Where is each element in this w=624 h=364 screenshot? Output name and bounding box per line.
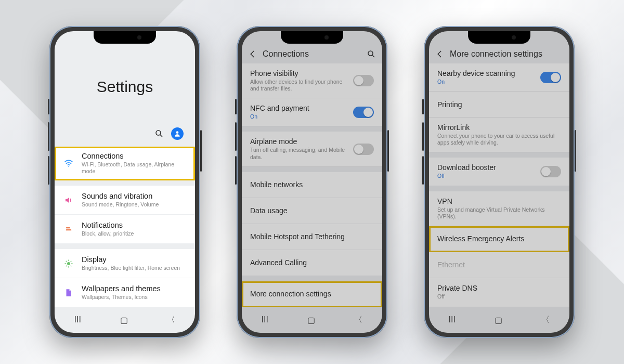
row-title: Notifications	[82, 221, 187, 229]
row-status: Off	[437, 173, 534, 179]
row-subtitle: Turn off calling, messaging, and Mobile …	[250, 147, 347, 160]
account-avatar[interactable]	[171, 127, 184, 140]
row-nearby-scanning[interactable]: Nearby device scanning On	[429, 63, 569, 92]
row-display[interactable]: Display Brightness, Blue light filter, H…	[55, 249, 195, 278]
row-title: Private DNS	[437, 284, 561, 292]
row-private-dns[interactable]: Private DNS Off	[429, 278, 569, 306]
row-subtitle: Wallpapers, Themes, Icons	[82, 294, 187, 301]
row-title: Wireless Emergency Alerts	[437, 235, 561, 243]
display-icon	[63, 259, 74, 268]
row-title: Nearby device scanning	[437, 69, 534, 77]
row-airplane[interactable]: Airplane mode Turn off calling, messagin…	[242, 132, 382, 166]
row-hotspot[interactable]: Mobile Hotspot and Tethering	[242, 224, 382, 250]
row-title: Display	[82, 255, 187, 264]
nav-home[interactable]: ▢	[120, 315, 128, 325]
svg-point-0	[156, 131, 161, 135]
row-subtitle: Sound mode, Ringtone, Volume	[82, 201, 187, 208]
nav-recents[interactable]: II​I	[262, 315, 268, 324]
toggle-airplane[interactable]	[353, 144, 374, 155]
svg-point-2	[176, 131, 179, 134]
row-advanced-calling[interactable]: Advanced Calling	[242, 250, 382, 276]
row-more-connection-settings[interactable]: More connection settings	[242, 281, 382, 307]
row-title: MirrorLink	[437, 123, 561, 132]
row-title: Advanced Calling	[250, 258, 374, 267]
row-sounds[interactable]: Sounds and vibration Sound mode, Rington…	[55, 186, 195, 215]
row-title: Download booster	[437, 163, 534, 172]
toggle-download-booster[interactable]	[540, 166, 561, 177]
row-title: Wallpapers and themes	[82, 284, 187, 293]
settings-list: Connections Wi-Fi, Bluetooth, Data usage…	[55, 147, 195, 307]
row-title: More connection settings	[250, 290, 374, 298]
header-title: Connections	[263, 49, 309, 59]
android-navbar: II​I ▢ 〈	[55, 312, 195, 328]
row-subtitle: Set up and manage Virtual Private Networ…	[437, 206, 561, 220]
header-title: More connection settings	[450, 49, 542, 59]
row-mirrorlink[interactable]: MirrorLink Connect your phone to your ca…	[429, 118, 569, 152]
row-title: Connections	[82, 152, 187, 160]
row-title: Airplane mode	[250, 137, 347, 146]
page-title: Settings	[55, 78, 195, 96]
row-phone-visibility[interactable]: Phone visibility Allow other devices to …	[242, 63, 382, 98]
nav-recents[interactable]: II​I	[74, 315, 81, 324]
svg-rect-4	[66, 227, 70, 228]
toggle-phone-visibility[interactable]	[353, 75, 374, 86]
row-title: Sounds and vibration	[82, 192, 187, 200]
svg-line-12	[71, 266, 72, 267]
svg-line-13	[66, 266, 67, 267]
notch	[281, 31, 343, 44]
row-title: Mobile networks	[250, 180, 374, 189]
row-status: On	[250, 113, 347, 120]
row-data-usage[interactable]: Data usage	[242, 198, 382, 224]
connections-list: Phone visibility Allow other devices to …	[242, 63, 382, 307]
svg-line-14	[71, 261, 72, 262]
row-title: Phone visibility	[250, 69, 347, 77]
row-subtitle: Brightness, Blue light filter, Home scre…	[82, 265, 187, 271]
back-icon[interactable]	[435, 49, 445, 59]
row-notifications[interactable]: Notifications Block, allow, prioritize	[55, 215, 195, 244]
row-title: NFC and payment	[250, 104, 347, 112]
header-bar: Connections	[242, 45, 382, 63]
row-subtitle: Wi-Fi, Bluetooth, Data usage, Airplane m…	[82, 161, 187, 175]
nav-recents[interactable]: II​I	[449, 315, 456, 324]
svg-rect-5	[66, 229, 72, 230]
back-icon[interactable]	[248, 49, 257, 59]
row-title: Ethernet	[437, 261, 561, 269]
row-title: Data usage	[250, 206, 374, 215]
phone-frame-2: Connections Phone visibility Allow other…	[237, 26, 387, 338]
svg-line-1	[160, 135, 162, 137]
row-vpn[interactable]: VPN Set up and manage Virtual Private Ne…	[429, 191, 569, 226]
wifi-icon	[63, 158, 74, 168]
svg-line-16	[372, 55, 374, 57]
row-printing[interactable]: Printing	[429, 92, 569, 118]
sound-icon	[63, 196, 74, 205]
row-mobile-networks[interactable]: Mobile networks	[242, 172, 382, 198]
row-download-booster[interactable]: Download booster Off	[429, 158, 569, 186]
notifications-icon	[63, 226, 74, 233]
nav-back[interactable]: 〈	[354, 315, 362, 326]
row-ethernet: Ethernet	[429, 252, 569, 278]
nav-home[interactable]: ▢	[495, 315, 502, 325]
row-title: Mobile Hotspot and Tethering	[250, 232, 374, 241]
row-connections[interactable]: Connections Wi-Fi, Bluetooth, Data usage…	[55, 147, 195, 180]
toggle-nearby-scanning[interactable]	[540, 72, 561, 83]
row-title: Printing	[437, 100, 561, 109]
android-navbar: II​I ▢ 〈	[242, 312, 382, 328]
notch	[468, 31, 530, 44]
notch	[94, 31, 156, 44]
row-wireless-emergency-alerts[interactable]: Wireless Emergency Alerts	[429, 226, 569, 252]
row-subtitle: Block, allow, prioritize	[82, 230, 187, 237]
wallpapers-icon	[63, 288, 74, 297]
phone-frame-3: More connection settings Nearby device s…	[424, 26, 575, 338]
nav-back[interactable]: 〈	[167, 315, 175, 326]
toggle-nfc[interactable]	[353, 107, 374, 118]
nav-back[interactable]: 〈	[541, 315, 550, 326]
row-nfc[interactable]: NFC and payment On	[242, 98, 382, 126]
android-navbar: II​I ▢ 〈	[429, 312, 569, 328]
row-wallpapers[interactable]: Wallpapers and themes Wallpapers, Themes…	[55, 278, 195, 307]
search-icon[interactable]	[367, 49, 376, 59]
row-title: VPN	[437, 197, 561, 205]
more-connection-list: Nearby device scanning On Printing Mirro…	[429, 63, 569, 307]
svg-point-3	[68, 166, 69, 167]
search-icon[interactable]	[154, 129, 164, 138]
nav-home[interactable]: ▢	[307, 315, 315, 325]
